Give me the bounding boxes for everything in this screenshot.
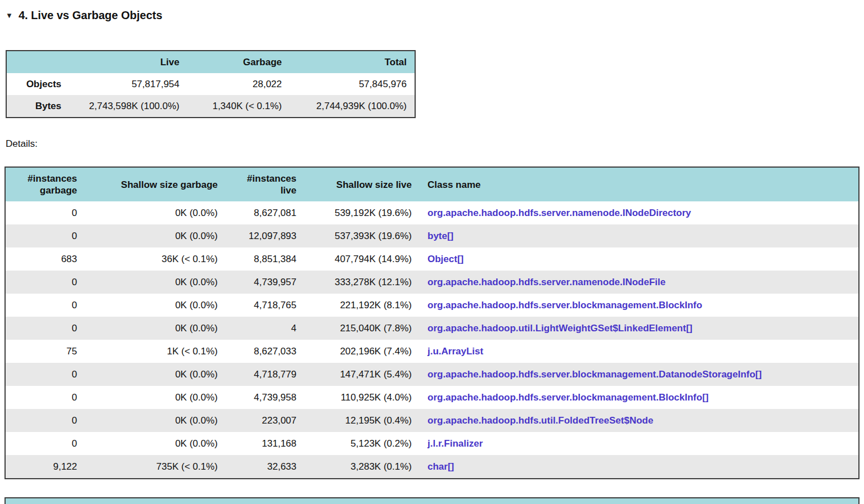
cell-value: 0 xyxy=(5,201,84,224)
cell-value: 0K (0.0%) xyxy=(84,432,224,455)
cell-value: 0 xyxy=(5,271,84,294)
table-row: Bytes 2,743,598K (100.0%) 1,340K (< 0.1%… xyxy=(6,95,415,118)
bytes-total-value: 2,744,939K (100.0%) xyxy=(290,95,415,118)
cell-value: 4,739,958 xyxy=(224,386,303,409)
details-label: Details: xyxy=(6,138,860,150)
cell-value: 12,195K (0.4%) xyxy=(303,409,418,432)
cell-value: 75 xyxy=(5,340,84,363)
cell-value: 0K (0.0%) xyxy=(84,317,224,340)
class-name-cell: byte[] xyxy=(418,224,859,248)
class-name-cell: j.l.r.Finalizer xyxy=(418,432,859,455)
cell-value: 36K (< 0.1%) xyxy=(84,248,224,271)
class-name-cell: org.apache.hadoop.util.LightWeightGSet$L… xyxy=(418,317,859,340)
cell-value: 0K (0.0%) xyxy=(84,294,224,317)
cell-value: 0 xyxy=(5,294,84,317)
table-row: 00K (0.0%)12,097,893537,393K (19.6%)byte… xyxy=(5,224,859,248)
class-name-cell: Object[] xyxy=(418,248,859,271)
cell-value: 683 xyxy=(5,248,84,271)
cell-value: 0K (0.0%) xyxy=(84,386,224,409)
summary-col-live: Live xyxy=(69,51,187,73)
cell-value: 202,196K (7.4%) xyxy=(303,340,418,363)
details-col-instances-garbage: #instances garbage xyxy=(5,167,84,201)
cell-value: 4,739,957 xyxy=(224,271,303,294)
bytes-garbage-value: 1,340K (< 0.1%) xyxy=(187,95,290,118)
live-vs-garbage-section: ▼ 4. Live vs Garbage Objects Live Garbag… xyxy=(0,0,864,504)
cell-value: 0 xyxy=(5,317,84,340)
cell-value: 0 xyxy=(5,409,84,432)
table-row: 00K (0.0%)4,739,957333,278K (12.1%)org.a… xyxy=(5,271,859,294)
row-label-objects: Objects xyxy=(6,73,69,95)
table-row: 68336K (< 0.1%)8,851,384407,794K (14.9%)… xyxy=(5,248,859,271)
class-name-cell: org.apache.hadoop.hdfs.server.blockmanag… xyxy=(418,386,859,409)
class-name-link[interactable]: org.apache.hadoop.hdfs.server.blockmanag… xyxy=(428,369,762,380)
cell-value: 333,278K (12.1%) xyxy=(303,271,418,294)
details-col-instances-live: #instances live xyxy=(224,167,303,201)
class-name-link[interactable]: org.apache.hadoop.util.LightWeightGSet$L… xyxy=(428,323,692,334)
cell-value: 1K (< 0.1%) xyxy=(84,340,224,363)
table-row: Objects 57,817,954 28,022 57,845,976 xyxy=(6,73,415,95)
cell-value: 8,627,033 xyxy=(224,340,303,363)
cell-value: 223,007 xyxy=(224,409,303,432)
section-title-text: 4. Live vs Garbage Objects xyxy=(19,9,163,22)
cell-value: 4 xyxy=(224,317,303,340)
cell-value: 221,192K (8.1%) xyxy=(303,294,418,317)
class-name-link[interactable]: org.apache.hadoop.hdfs.server.blockmanag… xyxy=(428,392,709,403)
details-col-shallow-size-live: Shallow size live xyxy=(303,167,418,201)
cell-value: 131,168 xyxy=(224,432,303,455)
table-row: 9,122735K (< 0.1%)32,6333,283K (0.1%)cha… xyxy=(5,455,859,479)
class-name-link[interactable]: j.l.r.Finalizer xyxy=(428,438,483,449)
objects-garbage-value: 28,022 xyxy=(187,73,290,95)
cell-value: 0K (0.0%) xyxy=(84,224,224,248)
class-name-link[interactable]: j.u.ArrayList xyxy=(428,346,483,357)
details-header-row: #instances garbage Shallow size garbage … xyxy=(5,167,859,201)
cell-value: 110,925K (4.0%) xyxy=(303,386,418,409)
row-label-bytes: Bytes xyxy=(6,95,69,118)
summary-header-row: Live Garbage Total xyxy=(6,51,415,73)
cell-value: 9,122 xyxy=(5,455,84,479)
class-name-cell: j.u.ArrayList xyxy=(418,340,859,363)
class-name-link[interactable]: org.apache.hadoop.hdfs.server.blockmanag… xyxy=(428,300,702,310)
cell-value: 215,040K (7.8%) xyxy=(303,317,418,340)
class-name-link[interactable]: Object[] xyxy=(428,254,464,264)
cell-value: 0K (0.0%) xyxy=(84,363,224,386)
cell-value: 8,627,081 xyxy=(224,201,303,224)
cell-value: 4,718,779 xyxy=(224,363,303,386)
cell-value: 407,794K (14.9%) xyxy=(303,248,418,271)
class-name-cell: org.apache.hadoop.hdfs.server.blockmanag… xyxy=(418,294,859,317)
cell-value: 0 xyxy=(5,432,84,455)
table-row: 00K (0.0%)4,718,779147,471K (5.4%)org.ap… xyxy=(5,363,859,386)
table-row: 00K (0.0%)223,00712,195K (0.4%)org.apach… xyxy=(5,409,859,432)
class-name-cell: char[] xyxy=(418,455,859,479)
cell-value: 32,633 xyxy=(224,455,303,479)
cell-value: 3,283K (0.1%) xyxy=(303,455,418,479)
class-name-link[interactable]: byte[] xyxy=(428,231,453,241)
summary-col-empty xyxy=(6,51,69,73)
cell-value: 539,192K (19.6%) xyxy=(303,201,418,224)
details-col-shallow-size-garbage: Shallow size garbage xyxy=(84,167,224,201)
cell-value: 4,718,765 xyxy=(224,294,303,317)
class-name-link[interactable]: org.apache.hadoop.hdfs.server.namenode.I… xyxy=(428,208,691,218)
table-row: 00K (0.0%)131,1685,123K (0.2%)j.l.r.Fina… xyxy=(5,432,859,455)
collapse-toggle-icon[interactable]: ▼ xyxy=(6,12,13,19)
objects-total-value: 57,845,976 xyxy=(290,73,415,95)
cell-value: 0 xyxy=(5,224,84,248)
table-row: 00K (0.0%)8,627,081539,192K (19.6%)org.a… xyxy=(5,201,859,224)
details-table-body: 00K (0.0%)8,627,081539,192K (19.6%)org.a… xyxy=(5,201,859,479)
summary-col-total: Total xyxy=(290,51,415,73)
table-row: 00K (0.0%)4,739,958110,925K (4.0%)org.ap… xyxy=(5,386,859,409)
details-col-class-name: Class name xyxy=(418,167,859,201)
table-row: 751K (< 0.1%)8,627,033202,196K (7.4%)j.u… xyxy=(5,340,859,363)
summary-table: Live Garbage Total Objects 57,817,954 28… xyxy=(6,50,416,118)
summary-col-garbage: Garbage xyxy=(187,51,290,73)
class-name-link[interactable]: org.apache.hadoop.hdfs.util.FoldedTreeSe… xyxy=(428,415,653,426)
cell-value: 0K (0.0%) xyxy=(84,271,224,294)
cell-value: 0K (0.0%) xyxy=(84,409,224,432)
cell-value: 5,123K (0.2%) xyxy=(303,432,418,455)
cell-value: 0 xyxy=(5,386,84,409)
table-row: 00K (0.0%)4,718,765221,192K (8.1%)org.ap… xyxy=(5,294,859,317)
class-name-link[interactable]: char[] xyxy=(428,461,454,472)
class-name-link[interactable]: org.apache.hadoop.hdfs.server.namenode.I… xyxy=(428,277,665,287)
cell-value: 8,851,384 xyxy=(224,248,303,271)
cell-value: 147,471K (5.4%) xyxy=(303,363,418,386)
cell-value: 537,393K (19.6%) xyxy=(303,224,418,248)
